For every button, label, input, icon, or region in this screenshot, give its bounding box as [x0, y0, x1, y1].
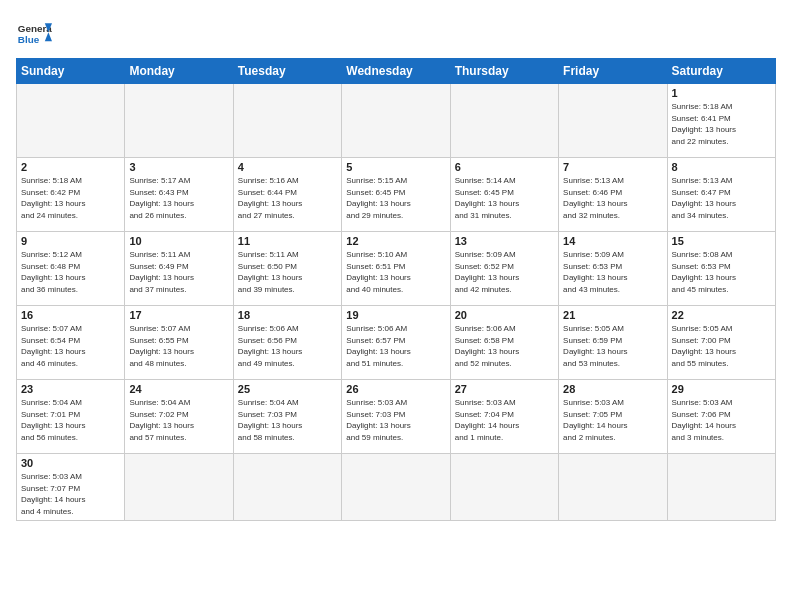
calendar-cell: 27Sunrise: 5:03 AM Sunset: 7:04 PM Dayli…	[450, 380, 558, 454]
day-info: Sunrise: 5:07 AM Sunset: 6:54 PM Dayligh…	[21, 323, 120, 369]
calendar-table: SundayMondayTuesdayWednesdayThursdayFrid…	[16, 58, 776, 521]
calendar-cell	[559, 454, 667, 521]
week-row-4: 16Sunrise: 5:07 AM Sunset: 6:54 PM Dayli…	[17, 306, 776, 380]
day-info: Sunrise: 5:09 AM Sunset: 6:52 PM Dayligh…	[455, 249, 554, 295]
calendar-cell: 22Sunrise: 5:05 AM Sunset: 7:00 PM Dayli…	[667, 306, 775, 380]
calendar-cell: 24Sunrise: 5:04 AM Sunset: 7:02 PM Dayli…	[125, 380, 233, 454]
day-info: Sunrise: 5:18 AM Sunset: 6:41 PM Dayligh…	[672, 101, 771, 147]
day-number: 29	[672, 383, 771, 395]
calendar-cell: 11Sunrise: 5:11 AM Sunset: 6:50 PM Dayli…	[233, 232, 341, 306]
calendar-cell: 13Sunrise: 5:09 AM Sunset: 6:52 PM Dayli…	[450, 232, 558, 306]
calendar-cell	[17, 84, 125, 158]
calendar-cell	[233, 454, 341, 521]
day-number: 30	[21, 457, 120, 469]
day-info: Sunrise: 5:15 AM Sunset: 6:45 PM Dayligh…	[346, 175, 445, 221]
week-row-2: 2Sunrise: 5:18 AM Sunset: 6:42 PM Daylig…	[17, 158, 776, 232]
calendar-cell: 29Sunrise: 5:03 AM Sunset: 7:06 PM Dayli…	[667, 380, 775, 454]
day-number: 11	[238, 235, 337, 247]
day-info: Sunrise: 5:13 AM Sunset: 6:47 PM Dayligh…	[672, 175, 771, 221]
calendar-cell: 7Sunrise: 5:13 AM Sunset: 6:46 PM Daylig…	[559, 158, 667, 232]
day-number: 6	[455, 161, 554, 173]
day-number: 2	[21, 161, 120, 173]
day-info: Sunrise: 5:11 AM Sunset: 6:50 PM Dayligh…	[238, 249, 337, 295]
calendar-cell: 20Sunrise: 5:06 AM Sunset: 6:58 PM Dayli…	[450, 306, 558, 380]
svg-text:Blue: Blue	[18, 34, 40, 45]
calendar-cell: 4Sunrise: 5:16 AM Sunset: 6:44 PM Daylig…	[233, 158, 341, 232]
day-info: Sunrise: 5:06 AM Sunset: 6:58 PM Dayligh…	[455, 323, 554, 369]
calendar-cell: 21Sunrise: 5:05 AM Sunset: 6:59 PM Dayli…	[559, 306, 667, 380]
weekday-header-sunday: Sunday	[17, 59, 125, 84]
day-number: 27	[455, 383, 554, 395]
calendar-cell: 5Sunrise: 5:15 AM Sunset: 6:45 PM Daylig…	[342, 158, 450, 232]
day-info: Sunrise: 5:04 AM Sunset: 7:01 PM Dayligh…	[21, 397, 120, 443]
day-info: Sunrise: 5:09 AM Sunset: 6:53 PM Dayligh…	[563, 249, 662, 295]
day-info: Sunrise: 5:05 AM Sunset: 6:59 PM Dayligh…	[563, 323, 662, 369]
header: General Blue	[16, 16, 776, 52]
week-row-3: 9Sunrise: 5:12 AM Sunset: 6:48 PM Daylig…	[17, 232, 776, 306]
day-number: 1	[672, 87, 771, 99]
day-info: Sunrise: 5:04 AM Sunset: 7:02 PM Dayligh…	[129, 397, 228, 443]
day-number: 8	[672, 161, 771, 173]
header-row: SundayMondayTuesdayWednesdayThursdayFrid…	[17, 59, 776, 84]
calendar-cell: 28Sunrise: 5:03 AM Sunset: 7:05 PM Dayli…	[559, 380, 667, 454]
day-number: 5	[346, 161, 445, 173]
day-number: 20	[455, 309, 554, 321]
day-info: Sunrise: 5:03 AM Sunset: 7:07 PM Dayligh…	[21, 471, 120, 517]
day-info: Sunrise: 5:06 AM Sunset: 6:57 PM Dayligh…	[346, 323, 445, 369]
day-number: 13	[455, 235, 554, 247]
day-info: Sunrise: 5:06 AM Sunset: 6:56 PM Dayligh…	[238, 323, 337, 369]
calendar-cell	[233, 84, 341, 158]
day-number: 22	[672, 309, 771, 321]
day-number: 15	[672, 235, 771, 247]
weekday-header-monday: Monday	[125, 59, 233, 84]
day-info: Sunrise: 5:03 AM Sunset: 7:05 PM Dayligh…	[563, 397, 662, 443]
weekday-header-thursday: Thursday	[450, 59, 558, 84]
day-info: Sunrise: 5:04 AM Sunset: 7:03 PM Dayligh…	[238, 397, 337, 443]
calendar-cell: 3Sunrise: 5:17 AM Sunset: 6:43 PM Daylig…	[125, 158, 233, 232]
calendar-cell	[559, 84, 667, 158]
day-info: Sunrise: 5:16 AM Sunset: 6:44 PM Dayligh…	[238, 175, 337, 221]
day-number: 7	[563, 161, 662, 173]
calendar-cell: 15Sunrise: 5:08 AM Sunset: 6:53 PM Dayli…	[667, 232, 775, 306]
day-number: 12	[346, 235, 445, 247]
week-row-5: 23Sunrise: 5:04 AM Sunset: 7:01 PM Dayli…	[17, 380, 776, 454]
calendar-cell: 18Sunrise: 5:06 AM Sunset: 6:56 PM Dayli…	[233, 306, 341, 380]
calendar-cell	[342, 84, 450, 158]
day-info: Sunrise: 5:14 AM Sunset: 6:45 PM Dayligh…	[455, 175, 554, 221]
day-number: 9	[21, 235, 120, 247]
calendar-cell	[342, 454, 450, 521]
day-info: Sunrise: 5:07 AM Sunset: 6:55 PM Dayligh…	[129, 323, 228, 369]
week-row-1: 1Sunrise: 5:18 AM Sunset: 6:41 PM Daylig…	[17, 84, 776, 158]
day-number: 17	[129, 309, 228, 321]
day-number: 4	[238, 161, 337, 173]
day-info: Sunrise: 5:03 AM Sunset: 7:06 PM Dayligh…	[672, 397, 771, 443]
calendar-cell	[667, 454, 775, 521]
calendar-cell: 10Sunrise: 5:11 AM Sunset: 6:49 PM Dayli…	[125, 232, 233, 306]
calendar-cell	[450, 84, 558, 158]
calendar-cell: 2Sunrise: 5:18 AM Sunset: 6:42 PM Daylig…	[17, 158, 125, 232]
calendar-cell	[450, 454, 558, 521]
calendar-cell	[125, 454, 233, 521]
calendar-cell: 25Sunrise: 5:04 AM Sunset: 7:03 PM Dayli…	[233, 380, 341, 454]
day-number: 28	[563, 383, 662, 395]
day-info: Sunrise: 5:11 AM Sunset: 6:49 PM Dayligh…	[129, 249, 228, 295]
calendar-cell: 19Sunrise: 5:06 AM Sunset: 6:57 PM Dayli…	[342, 306, 450, 380]
day-number: 23	[21, 383, 120, 395]
calendar-cell: 12Sunrise: 5:10 AM Sunset: 6:51 PM Dayli…	[342, 232, 450, 306]
day-number: 14	[563, 235, 662, 247]
day-number: 19	[346, 309, 445, 321]
calendar-cell: 6Sunrise: 5:14 AM Sunset: 6:45 PM Daylig…	[450, 158, 558, 232]
calendar-cell: 26Sunrise: 5:03 AM Sunset: 7:03 PM Dayli…	[342, 380, 450, 454]
weekday-header-saturday: Saturday	[667, 59, 775, 84]
day-number: 18	[238, 309, 337, 321]
calendar-cell: 1Sunrise: 5:18 AM Sunset: 6:41 PM Daylig…	[667, 84, 775, 158]
calendar-cell: 23Sunrise: 5:04 AM Sunset: 7:01 PM Dayli…	[17, 380, 125, 454]
day-info: Sunrise: 5:12 AM Sunset: 6:48 PM Dayligh…	[21, 249, 120, 295]
week-row-6: 30Sunrise: 5:03 AM Sunset: 7:07 PM Dayli…	[17, 454, 776, 521]
day-info: Sunrise: 5:05 AM Sunset: 7:00 PM Dayligh…	[672, 323, 771, 369]
weekday-header-wednesday: Wednesday	[342, 59, 450, 84]
day-number: 24	[129, 383, 228, 395]
day-number: 26	[346, 383, 445, 395]
calendar-cell: 16Sunrise: 5:07 AM Sunset: 6:54 PM Dayli…	[17, 306, 125, 380]
day-number: 16	[21, 309, 120, 321]
